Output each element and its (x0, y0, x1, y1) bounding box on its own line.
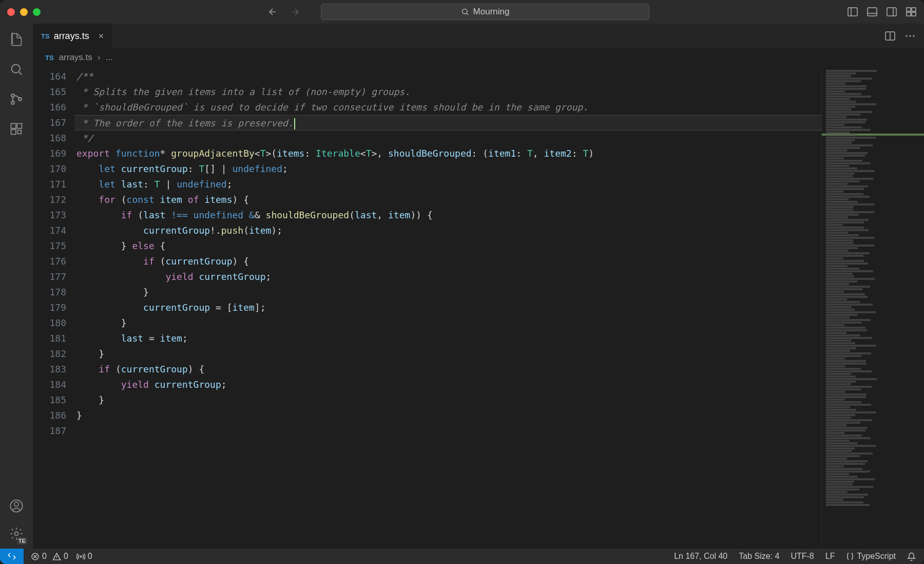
search-icon[interactable] (9, 62, 24, 77)
window-minimize-button[interactable] (20, 8, 28, 16)
cursor-position[interactable]: Ln 167, Col 40 (674, 552, 727, 561)
code-line[interactable]: export function* groupAdjacentBy<T>(item… (76, 146, 821, 161)
code-line[interactable]: */ (76, 130, 821, 146)
customize-layout-icon[interactable] (906, 7, 917, 16)
ports-count: 0 (88, 552, 92, 561)
code-line[interactable]: * Splits the given items into a list of … (76, 84, 821, 100)
extensions-icon[interactable] (9, 121, 24, 137)
code-line[interactable]: for (const item of items) { (76, 192, 821, 208)
code-line[interactable]: } (76, 285, 821, 300)
breadcrumb[interactable]: TS arrays.ts › ... (33, 48, 924, 67)
command-center-title: Mourning (473, 7, 510, 17)
language-mode[interactable]: TypeScript (846, 552, 896, 561)
window-maximize-button[interactable] (33, 8, 41, 16)
svg-rect-7 (907, 8, 911, 11)
code-line[interactable]: last = item; (76, 331, 821, 346)
accounts-icon[interactable] (9, 498, 24, 514)
line-number: 173 (33, 208, 66, 223)
line-number: 164 (33, 69, 66, 84)
code-line[interactable]: yield currentGroup; (76, 377, 821, 392)
svg-point-0 (462, 9, 467, 14)
radio-tower-icon (76, 552, 85, 561)
tab-arrays-ts[interactable]: TS arrays.ts (33, 24, 112, 48)
line-number: 165 (33, 84, 66, 100)
window-close-button[interactable] (7, 8, 15, 16)
line-number: 171 (33, 177, 66, 192)
svg-point-20 (14, 502, 18, 506)
code-line[interactable]: let last: T | undefined; (76, 177, 821, 192)
svg-rect-16 (17, 124, 22, 128)
code-line[interactable]: currentGroup = [item]; (76, 300, 821, 315)
code-line[interactable]: if (last !== undefined && shouldBeGroupe… (76, 208, 821, 223)
code-line[interactable] (76, 423, 821, 439)
error-count: 0 (42, 552, 47, 561)
line-number: 169 (33, 146, 66, 161)
line-number: 187 (33, 423, 66, 439)
svg-rect-18 (17, 130, 21, 134)
svg-point-25 (909, 35, 911, 36)
line-number: 167 (33, 115, 66, 130)
error-icon (31, 552, 40, 561)
svg-point-24 (906, 35, 907, 36)
svg-point-21 (15, 532, 18, 536)
editor-body: 1641651661671681691701711721731741751761… (33, 67, 924, 549)
ts-file-icon: TS (41, 32, 50, 40)
svg-rect-1 (848, 8, 857, 16)
breadcrumb-filename: arrays.ts (59, 52, 92, 63)
settings-gear-icon[interactable]: TE (9, 526, 24, 541)
line-number: 185 (33, 392, 66, 408)
code-line[interactable]: /** (76, 69, 821, 84)
remote-indicator[interactable] (0, 549, 24, 564)
toggle-secondary-sidebar-icon[interactable] (886, 7, 897, 16)
nav-arrows (267, 7, 300, 17)
indentation[interactable]: Tab Size: 4 (739, 552, 779, 561)
layout-controls (847, 7, 917, 16)
close-tab-icon[interactable] (98, 32, 105, 40)
code-line[interactable]: } (76, 408, 821, 423)
line-number: 182 (33, 346, 66, 362)
line-number: 184 (33, 377, 66, 392)
editor-scroll[interactable]: 1641651661671681691701711721731741751761… (33, 67, 821, 549)
eol[interactable]: LF (825, 552, 835, 561)
toggle-primary-sidebar-icon[interactable] (847, 7, 858, 16)
code-line[interactable]: let currentGroup: T[] | undefined; (76, 161, 821, 177)
line-number: 176 (33, 254, 66, 269)
code-line[interactable]: * `shouldBeGrouped` is used to decide if… (76, 100, 821, 115)
tab-filename: arrays.ts (54, 31, 89, 42)
code-line[interactable]: } else { (76, 238, 821, 254)
warning-count: 0 (64, 552, 68, 561)
ports-indicator[interactable]: 0 (76, 552, 92, 561)
minimap[interactable] (821, 67, 924, 549)
code-line[interactable]: if (currentGroup) { (76, 254, 821, 269)
explorer-icon[interactable] (9, 32, 24, 47)
code-content[interactable]: /** * Splits the given items into a list… (76, 67, 821, 549)
line-number: 181 (33, 331, 66, 346)
code-line[interactable]: currentGroup!.push(item); (76, 223, 821, 238)
code-line[interactable]: * The order of the items is preserved. (74, 115, 821, 130)
svg-point-11 (12, 65, 20, 73)
svg-point-12 (11, 94, 14, 97)
problems-indicator[interactable]: 0 0 (31, 552, 68, 561)
source-control-icon[interactable] (9, 91, 24, 107)
encoding[interactable]: UTF-8 (791, 552, 814, 561)
notifications-icon[interactable] (907, 552, 916, 561)
code-line[interactable]: yield currentGroup; (76, 269, 821, 285)
toggle-panel-icon[interactable] (867, 7, 878, 16)
code-line[interactable]: } (76, 392, 821, 408)
svg-rect-15 (11, 124, 16, 128)
line-number: 186 (33, 408, 66, 423)
nav-back-button[interactable] (267, 7, 278, 17)
titlebar: Mourning (0, 0, 924, 24)
code-line[interactable]: if (currentGroup) { (76, 362, 821, 377)
command-center[interactable]: Mourning (321, 4, 649, 20)
code-line[interactable]: } (76, 315, 821, 331)
code-line[interactable]: } (76, 346, 821, 362)
breadcrumb-rest: ... (105, 52, 112, 63)
chevron-right-icon: › (98, 52, 101, 63)
status-bar: 0 0 0 Ln 167, Col 40 Tab Size: 4 UTF-8 L… (0, 549, 924, 564)
status-right: Ln 167, Col 40 Tab Size: 4 UTF-8 LF Type… (674, 552, 924, 561)
nav-forward-button[interactable] (290, 7, 300, 17)
line-number-gutter: 1641651661671681691701711721731741751761… (33, 67, 76, 549)
more-actions-icon[interactable] (906, 34, 915, 37)
split-editor-icon[interactable] (885, 31, 895, 41)
